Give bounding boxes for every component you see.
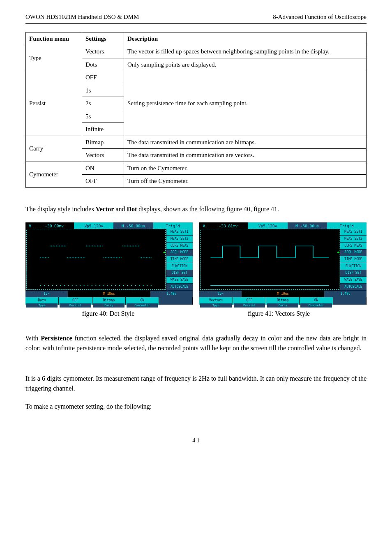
menu-item[interactable]: ◀ACQU MODE: [166, 250, 193, 257]
svg-point-34: [94, 245, 95, 246]
menu-item[interactable]: AUTOSCALE: [166, 284, 193, 291]
svg-point-52: [122, 245, 123, 246]
svg-point-57: [130, 245, 131, 246]
svg-point-17: [67, 257, 68, 258]
svg-point-51: [121, 257, 122, 258]
page-header: OWON HDS1021M Handheld DSO & DMM 8-Advan…: [25, 12, 367, 24]
svg-point-99: [151, 285, 152, 286]
timebase: M 10us: [68, 291, 150, 297]
svg-point-86: [99, 285, 100, 286]
arrow-icon: ▶: [26, 259, 27, 266]
svg-point-84: [92, 285, 92, 286]
svg-point-8: [53, 245, 54, 246]
plot-area: ▶ ▶: [26, 230, 166, 290]
waveform-dots: [27, 230, 165, 289]
th-function: Function menu: [26, 32, 82, 45]
cell-desc: The data transmitted in communication ar…: [124, 136, 367, 149]
top-bar: V -30.09mv Vp5.120v M -50.00us Trig'd: [25, 222, 193, 229]
cell-desc: Turn off the Cymometer.: [124, 175, 367, 188]
svg-point-13: [61, 245, 62, 246]
mv-value: -33.81mv: [208, 222, 248, 229]
svg-point-48: [116, 257, 117, 258]
screenshots-row: V -30.09mv Vp5.120v M -50.00us Trig'd ▶ …: [25, 222, 367, 305]
table-row: Cymometer ON Turn on the Cymometer.: [26, 162, 367, 175]
cell-fn: Persist: [26, 71, 82, 136]
menu-item[interactable]: FUNCTION: [166, 263, 193, 270]
mv-value: -30.09mv: [35, 222, 74, 229]
cell-desc: The data transmitted in communication ar…: [124, 149, 367, 162]
svg-point-93: [127, 285, 128, 286]
cell-setting: 2s: [82, 97, 124, 110]
svg-point-97: [143, 285, 144, 286]
softkey-row: DotsTpye OFFPersist BitmapCarry ONCymome…: [25, 297, 193, 305]
table-row: Type Vectors The vector is filled up spa…: [26, 45, 367, 58]
menu-item[interactable]: MEAS SET2: [340, 236, 367, 243]
menu-item[interactable]: CURS MEAS: [340, 243, 367, 250]
menu-item[interactable]: DISP SET: [166, 270, 193, 277]
m-value: M -50.00us: [288, 222, 327, 229]
svg-point-46: [113, 257, 114, 258]
svg-point-1: [42, 257, 43, 258]
svg-point-91: [119, 285, 120, 286]
menu-item[interactable]: FUNCTION: [340, 263, 367, 270]
cell-desc: Setting persistence time for each sampli…: [124, 71, 367, 136]
softkey[interactable]: [333, 297, 367, 305]
svg-point-26: [81, 257, 82, 258]
svg-point-74: [52, 285, 53, 286]
svg-point-79: [72, 285, 73, 286]
softkey[interactable]: VectorsTpye: [199, 297, 233, 305]
svg-point-75: [56, 285, 57, 286]
header-right: 8-Advanced Function of Oscilloscope: [273, 12, 367, 22]
svg-point-25: [80, 257, 81, 258]
menu-item[interactable]: WAVE SAVE: [340, 277, 367, 284]
svg-point-6: [50, 245, 51, 246]
svg-point-69: [149, 257, 150, 258]
softkey[interactable]: [159, 297, 192, 305]
cell-setting: Infinite: [82, 123, 124, 136]
svg-point-23: [76, 257, 77, 258]
svg-point-22: [75, 257, 76, 258]
menu-item[interactable]: TIME MODE: [340, 256, 367, 263]
caption-left: figure 40: Dot Style: [82, 309, 135, 319]
softkey[interactable]: BitmapCarry: [266, 297, 300, 305]
softkey[interactable]: OFFPersist: [233, 297, 266, 305]
softkey[interactable]: DotsTpye: [25, 297, 59, 305]
trig-level: 1.48v: [150, 291, 193, 297]
menu-item[interactable]: ◀ACQU MODE: [340, 250, 367, 257]
svg-point-44: [110, 257, 111, 258]
svg-point-40: [104, 257, 104, 258]
svg-point-39: [102, 245, 103, 246]
svg-point-64: [141, 257, 142, 258]
menu-item[interactable]: MEAS SET2: [166, 236, 193, 243]
screen-body: ▶ ▶ MEAS SET1 MEAS SET2 CURS MEAS ◀ACQU …: [199, 229, 367, 291]
softkey[interactable]: BitmapCarry: [92, 297, 126, 305]
svg-point-18: [69, 257, 69, 258]
svg-point-82: [84, 285, 85, 286]
menu-item[interactable]: MEAS SET1: [166, 229, 193, 236]
svg-point-87: [104, 285, 104, 286]
menu-item[interactable]: TIME MODE: [166, 256, 193, 263]
side-menu: MEAS SET1 MEAS SET2 CURS MEAS ◀ACQU MODE…: [340, 229, 367, 291]
menu-item[interactable]: DISP SET: [340, 270, 367, 277]
svg-point-89: [111, 285, 112, 286]
menu-item[interactable]: CURS MEAS: [166, 243, 193, 250]
svg-point-36: [97, 245, 98, 246]
softkey[interactable]: OFFPersist: [59, 297, 92, 305]
cell-desc: Only sampling points are displayed.: [124, 58, 367, 71]
svg-point-72: [44, 285, 45, 286]
menu-item[interactable]: WAVE SAVE: [166, 277, 193, 284]
softkey[interactable]: ONCymometer: [126, 297, 159, 305]
table-row: Persist OFF Setting persistence time for…: [26, 71, 367, 84]
svg-point-49: [118, 257, 118, 258]
svg-point-28: [85, 257, 85, 258]
menu-item[interactable]: MEAS SET1: [340, 229, 367, 236]
cell-setting: Dots: [82, 58, 124, 71]
m-value: M -50.00us: [113, 222, 153, 229]
softkey[interactable]: ONCymometer: [300, 297, 333, 305]
screen-dot-style: V -30.09mv Vp5.120v M -50.00us Trig'd ▶ …: [25, 222, 193, 305]
cell-fn: Type: [26, 45, 82, 71]
menu-item[interactable]: AUTOSCALE: [340, 284, 367, 291]
top-bar: V -33.81mv Vp5.120v M -50.00us Trig'd: [199, 222, 367, 229]
svg-point-30: [88, 245, 88, 246]
paragraph-cymometer-steps: To make a cymometer setting, do the foll…: [25, 402, 367, 412]
